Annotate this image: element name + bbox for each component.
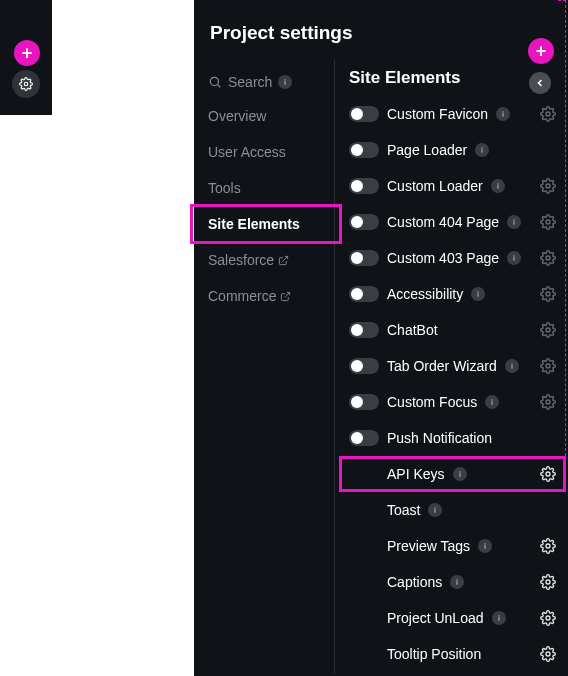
element-label: Custom 403 Page xyxy=(387,250,499,266)
toggle-chatbot[interactable] xyxy=(349,322,379,338)
gear-icon[interactable] xyxy=(540,358,556,374)
element-label: Toast xyxy=(387,502,420,518)
element-label: Preview Tags xyxy=(387,538,470,554)
element-row-page-loader: Page Loader xyxy=(335,132,568,168)
element-label: API Keys xyxy=(387,466,445,482)
svg-point-27 xyxy=(546,364,550,368)
annotation-plus-right: + xyxy=(528,38,554,64)
svg-rect-26 xyxy=(511,363,512,364)
svg-line-2 xyxy=(218,85,221,88)
element-row-custom-404: Custom 404 Page xyxy=(335,204,568,240)
back-button[interactable] xyxy=(529,72,551,94)
gear-icon[interactable] xyxy=(540,466,556,482)
toggle-push-notification[interactable] xyxy=(349,430,379,446)
project-settings-panel: Project settings Search Overview User Ac… xyxy=(194,0,568,676)
svg-rect-11 xyxy=(482,147,483,148)
svg-rect-29 xyxy=(492,399,493,400)
nav-item-site-elements[interactable]: Site Elements xyxy=(194,206,334,242)
svg-rect-10 xyxy=(482,149,483,152)
info-icon[interactable] xyxy=(475,143,489,157)
toggle-custom-focus[interactable] xyxy=(349,394,379,410)
nav-item-user-access[interactable]: User Access xyxy=(194,134,334,170)
nav-label: Salesforce xyxy=(208,252,274,268)
toggle-accessibility[interactable] xyxy=(349,286,379,302)
gear-icon[interactable] xyxy=(540,250,556,266)
svg-point-41 xyxy=(546,580,550,584)
annotation-plus-left: + xyxy=(14,40,40,66)
info-icon[interactable] xyxy=(496,107,510,121)
element-row-toast: Toast xyxy=(335,492,568,528)
toggle-custom-favicon[interactable] xyxy=(349,106,379,122)
svg-rect-16 xyxy=(513,219,514,220)
toggle-page-loader[interactable] xyxy=(349,142,379,158)
svg-rect-22 xyxy=(478,291,479,292)
info-icon[interactable] xyxy=(505,359,519,373)
element-row-api-keys[interactable]: API Keys xyxy=(335,456,568,492)
gear-icon[interactable] xyxy=(540,178,556,194)
element-label: Custom Loader xyxy=(387,178,483,194)
toggle-custom-404[interactable] xyxy=(349,214,379,230)
info-icon[interactable] xyxy=(471,287,485,301)
svg-rect-40 xyxy=(457,579,458,580)
element-row-tab-order-wizard: Tab Order Wizard xyxy=(335,348,568,384)
element-row-accessibility: Accessibility xyxy=(335,276,568,312)
info-icon[interactable] xyxy=(507,215,521,229)
info-icon[interactable] xyxy=(453,467,467,481)
gear-icon[interactable] xyxy=(540,214,556,230)
svg-rect-3 xyxy=(285,81,286,84)
panel-title: Project settings xyxy=(194,0,568,60)
svg-rect-43 xyxy=(498,615,499,616)
element-label: Custom Favicon xyxy=(387,106,488,122)
svg-point-1 xyxy=(210,77,218,85)
svg-point-45 xyxy=(546,652,550,656)
toggle-custom-loader[interactable] xyxy=(349,178,379,194)
gear-icon[interactable] xyxy=(540,106,556,122)
svg-point-17 xyxy=(546,220,550,224)
element-row-project-unload: Project UnLoad xyxy=(335,600,568,636)
svg-rect-13 xyxy=(497,183,498,184)
svg-rect-36 xyxy=(484,545,485,548)
search-row[interactable]: Search xyxy=(194,66,334,98)
gear-button[interactable] xyxy=(12,70,40,98)
svg-rect-7 xyxy=(502,113,503,116)
external-link-icon xyxy=(280,291,291,302)
svg-rect-8 xyxy=(502,111,503,112)
gear-icon[interactable] xyxy=(540,322,556,338)
nav-item-commerce[interactable]: Commerce xyxy=(194,278,334,314)
gear-icon[interactable] xyxy=(540,538,556,554)
element-label: Accessibility xyxy=(387,286,463,302)
svg-rect-12 xyxy=(497,185,498,188)
gear-icon[interactable] xyxy=(540,574,556,590)
nav-item-tools[interactable]: Tools xyxy=(194,170,334,206)
svg-rect-39 xyxy=(457,581,458,584)
info-icon[interactable] xyxy=(478,539,492,553)
svg-line-5 xyxy=(283,256,288,261)
element-row-chatbot: ChatBot xyxy=(335,312,568,348)
svg-rect-34 xyxy=(435,509,436,512)
element-row-captions: Captions xyxy=(335,564,568,600)
gear-icon[interactable] xyxy=(540,646,556,662)
element-label: ChatBot xyxy=(387,322,438,338)
element-label: Tooltip Position xyxy=(387,646,481,662)
svg-point-44 xyxy=(546,616,550,620)
info-icon[interactable] xyxy=(450,575,464,589)
nav-item-salesforce[interactable]: Salesforce xyxy=(194,242,334,278)
settings-nav: Search Overview User Access Tools Site E… xyxy=(194,60,334,674)
toggle-tab-order-wizard[interactable] xyxy=(349,358,379,374)
gear-icon[interactable] xyxy=(540,394,556,410)
gear-icon[interactable] xyxy=(540,610,556,626)
element-label: Custom 404 Page xyxy=(387,214,499,230)
element-row-tooltip-position: Tooltip Position xyxy=(335,636,568,672)
element-label: Project UnLoad xyxy=(387,610,484,626)
gear-icon[interactable] xyxy=(540,286,556,302)
svg-rect-31 xyxy=(459,473,460,476)
toggle-custom-403[interactable] xyxy=(349,250,379,266)
info-icon[interactable] xyxy=(491,179,505,193)
nav-item-overview[interactable]: Overview xyxy=(194,98,334,134)
info-icon[interactable] xyxy=(507,251,521,265)
svg-line-6 xyxy=(285,292,290,297)
info-icon[interactable] xyxy=(485,395,499,409)
info-icon xyxy=(278,75,292,89)
info-icon[interactable] xyxy=(492,611,506,625)
info-icon[interactable] xyxy=(428,503,442,517)
